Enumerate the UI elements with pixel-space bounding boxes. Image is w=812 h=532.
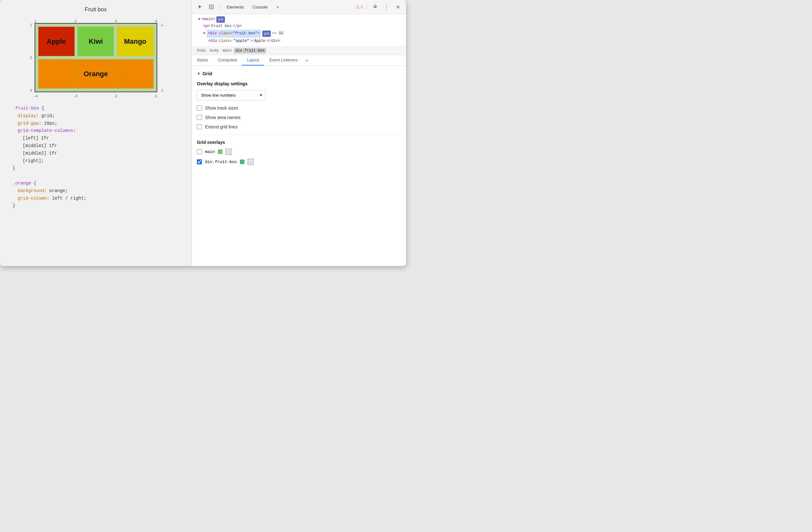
section-divider [197, 135, 401, 135]
cell-mango: Mango [117, 27, 153, 56]
panel-content: ▼ Grid Overlay display settings Show lin… [192, 66, 406, 266]
settings-icon[interactable] [371, 2, 380, 11]
tabs-bar: Styles Computed Layout Event Listeners » [192, 55, 406, 66]
grid-overlays-title: Grid overlays [197, 140, 401, 145]
svg-rect-4 [211, 6, 212, 8]
tab-more-inspector[interactable]: » [303, 55, 311, 65]
overlay-fruit-box: div.fruit-box [197, 159, 401, 165]
header-separator [219, 4, 220, 10]
code-section: .fruit-box { display: grid; grid-gap: 10… [6, 105, 185, 210]
left-panel: Fruit box 1 2 3 4 1 2 3 -1 -1 Apple Kiwi… [0, 0, 192, 266]
warning-count: 1 [361, 5, 363, 9]
checkbox-show-track-sizes: Show track sizes [197, 106, 401, 111]
tab-elements[interactable]: Elements [223, 3, 247, 11]
breadcrumb-body[interactable]: body [208, 48, 220, 54]
dom-line-fruit-box[interactable]: ▼ <div class="fruit-box"> grid == $0 [195, 30, 402, 38]
grid-visualization: 1 2 3 4 1 2 3 -1 -1 Apple Kiwi Mango Ora… [28, 17, 163, 99]
dom-line-main[interactable]: ▼ <main> grid [195, 16, 402, 23]
svg-rect-10 [249, 160, 252, 164]
cursor-icon[interactable] [195, 2, 204, 11]
checkbox-show-area-names: Show area names [197, 115, 401, 120]
cell-kiwi: Kiwi [78, 27, 114, 56]
dropdown-row: Show line numbers Show track sizes Show … [197, 90, 401, 100]
grid-section-title: Grid [203, 71, 212, 76]
grid-visual: Apple Kiwi Mango Orange [34, 23, 157, 92]
grid-badge-main: grid [216, 16, 225, 23]
close-icon[interactable]: ✕ [393, 2, 402, 11]
tab-console[interactable]: Console [249, 3, 271, 11]
tab-layout[interactable]: Layout [242, 55, 264, 66]
tab-styles[interactable]: Styles [192, 55, 213, 66]
checkbox-track-sizes-input[interactable] [197, 106, 202, 111]
grid-numbers-top: 1 2 3 4 [34, 19, 157, 23]
right-panel: Elements Console » ⚠ 1 ⋮ ✕ ▼ <main> grid… [192, 0, 406, 266]
breadcrumb-fruit-box[interactable]: div.fruit-box [234, 48, 266, 54]
checkbox-extend-grid-lines: Extend grid lines [197, 124, 401, 129]
line-numbers-dropdown[interactable]: Show line numbers Show track sizes Show … [197, 90, 266, 100]
grid-collapse-icon[interactable]: ▼ [197, 71, 201, 76]
devtools-header: Elements Console » ⚠ 1 ⋮ ✕ [192, 0, 406, 14]
expand-triangle[interactable]: ▼ [198, 16, 200, 23]
inspect-icon[interactable] [207, 2, 216, 11]
grid-numbers-left: 1 2 3 [30, 23, 32, 92]
header-separator-2 [367, 4, 367, 10]
fruit-box-title: Fruit box [85, 6, 106, 13]
cell-apple: Apple [38, 27, 74, 56]
breadcrumb: html body main div.fruit-box [192, 46, 406, 55]
tab-more[interactable]: » [273, 3, 282, 11]
overlay-fruit-box-grid-icon[interactable] [247, 159, 254, 165]
expand-triangle-2[interactable]: ▼ [203, 30, 205, 37]
code-block-1: .fruit-box { display: grid; grid-gap: 10… [13, 105, 185, 172]
cell-orange: Orange [38, 59, 154, 88]
overlay-fruit-box-label: div.fruit-box [205, 159, 237, 164]
grid-section-header: ▼ Grid [197, 71, 401, 76]
code-block-2: .orange { background: orange; grid-colum… [13, 180, 185, 210]
overlay-main-label: main [205, 150, 215, 154]
more-options-icon[interactable]: ⋮ [382, 2, 391, 11]
checkbox-area-names-label: Show area names [205, 115, 241, 120]
warning-icon: ⚠ [356, 4, 360, 10]
overlay-fruit-box-checkbox[interactable] [197, 159, 202, 164]
tab-computed[interactable]: Computed [213, 55, 242, 66]
svg-rect-5 [227, 150, 231, 154]
checkbox-extend-lines-label: Extend grid lines [205, 124, 238, 129]
grid-badge-fruit-box: grid [262, 30, 271, 37]
checkbox-extend-lines-input[interactable] [197, 124, 202, 129]
tab-event-listeners[interactable]: Event Listeners [264, 55, 303, 66]
overlay-main-color[interactable] [218, 150, 222, 154]
checkbox-area-names-input[interactable] [197, 115, 202, 120]
checkbox-track-sizes-label: Show track sizes [205, 106, 238, 111]
overlay-main-checkbox[interactable] [197, 149, 202, 154]
overlay-main: main [197, 149, 401, 155]
breadcrumb-html[interactable]: html [195, 48, 207, 54]
grid-numbers-right: -1 -1 [160, 23, 163, 92]
dom-line-apple[interactable]: <div class="apple">Apple</div> [195, 38, 402, 45]
dom-line-p[interactable]: <p>Fruit box</p> [195, 23, 402, 30]
overlay-fruit-box-color[interactable] [240, 159, 244, 164]
warning-badge: ⚠ 1 [356, 4, 363, 10]
overlay-main-grid-icon[interactable] [226, 149, 232, 155]
breadcrumb-main[interactable]: main [221, 48, 233, 54]
dom-tree: ▼ <main> grid <p>Fruit box</p> ▼ <div cl… [192, 14, 406, 46]
overlay-settings-title: Overlay display settings [197, 81, 401, 86]
grid-numbers-bottom: -4 -3 -2 -1 [34, 94, 157, 98]
